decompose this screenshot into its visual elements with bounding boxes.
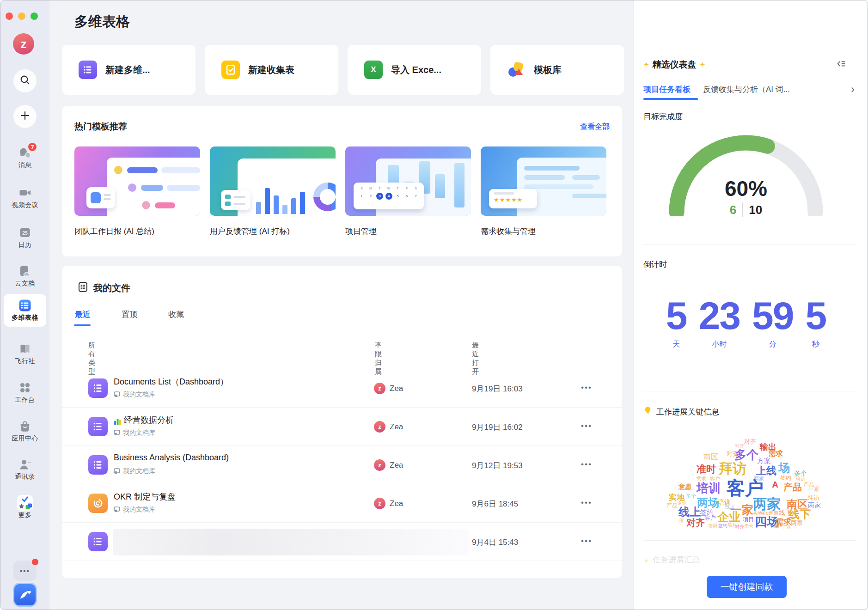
sidebar-item-cloud-docs[interactable]: 云文档	[0, 265, 49, 288]
library-icon	[114, 468, 120, 476]
messages-icon: 7	[0, 146, 49, 159]
action-new-form-button[interactable]: 新建收集表	[205, 45, 338, 95]
sidebar-item-contacts[interactable]: 通讯录	[0, 458, 49, 481]
countdown-unit: 5秒	[805, 296, 826, 349]
wordcloud-word: 需求	[696, 476, 706, 482]
template-card-feedback[interactable]: 用户反馈管理 (AI 打标)	[210, 146, 336, 237]
wordcloud-word: 拜访	[719, 462, 746, 476]
wordcloud-word: 产品	[782, 525, 791, 530]
collapse-panel-button[interactable]	[836, 59, 846, 71]
sidebar-item-label: 日历	[0, 241, 49, 249]
wordcloud-word: 产品	[783, 482, 802, 492]
file-row[interactable]: ⋮9月4日 15:43•••	[62, 523, 622, 561]
template-card-requirements[interactable]: ★★★★★ 需求收集与管理	[481, 146, 606, 237]
app-window: z 7消息视频会议25日历云文档多维表格飞行社工作台应用中心通讯录更多 ••• …	[0, 0, 868, 610]
gauge-fraction: 6 10	[681, 202, 811, 217]
feishu-logo[interactable]	[13, 583, 37, 607]
dashboard-tabs: 项目任务看板 反馈收集与分析（AI 词... ›	[643, 84, 855, 95]
calendar-date: 6	[403, 193, 410, 200]
file-row[interactable]: OKR 制定与复盘我的文档库zZea9月6日 18:45•••	[62, 484, 622, 523]
dashboard-tab[interactable]: 反馈收集与分析（AI 词...	[703, 84, 790, 95]
sidebar-more-apps-button[interactable]: •••	[13, 561, 37, 581]
wordcloud-word: 线下	[789, 509, 811, 520]
row-menu-button[interactable]: •••	[577, 495, 596, 510]
more-icon	[0, 496, 49, 509]
search-button[interactable]	[13, 69, 37, 92]
file-opened-time: 9月19日 16:03	[472, 384, 523, 394]
wordcloud-word: 培训	[795, 476, 806, 482]
file-owner: zZea	[374, 498, 403, 509]
user-avatar[interactable]: z	[13, 33, 34, 55]
wordcloud-word: 培训	[697, 482, 721, 494]
action-new-bitable-button[interactable]: 新建多维...	[62, 45, 196, 95]
template-card-daily-report[interactable]: 团队工作日报 (AI 总结)	[74, 146, 200, 237]
file-row[interactable]: 经营数据分析我的文档库zZea9月19日 16:02•••	[62, 408, 622, 446]
row-menu-button[interactable]: •••	[577, 419, 596, 433]
countdown-label: 秒	[812, 340, 819, 349]
file-row[interactable]: Business Analysis (Dashboard)我的文档库zZea9月…	[62, 446, 622, 484]
sidebar-item-messages[interactable]: 7消息	[0, 146, 49, 170]
countdown-label: 分	[769, 340, 776, 349]
zoom-window-button[interactable]	[31, 12, 38, 20]
minimize-window-button[interactable]	[18, 12, 25, 20]
wordcloud-word: 签约	[780, 475, 791, 481]
file-name: 经营数据分析	[114, 415, 174, 426]
template-thumbnail	[210, 146, 336, 216]
sidebar-item-label: 多维表格	[4, 314, 46, 322]
wordcloud-word: 项目	[743, 517, 754, 522]
file-tab-最近[interactable]: 最近	[72, 309, 93, 320]
file-location: 我的文档库	[114, 467, 155, 476]
row-menu-button[interactable]: •••	[577, 380, 596, 395]
sidebar-item-video-meeting[interactable]: 视频会议	[0, 186, 49, 209]
rating-chip: ★★★★★	[489, 189, 537, 208]
wordcloud-word: 对齐	[727, 451, 739, 457]
sidebar-item-app-center[interactable]: 应用中心	[0, 420, 49, 443]
sidebar-item-label: 应用中心	[0, 434, 49, 443]
calendar-icon: 25	[0, 226, 49, 239]
workbench-icon	[0, 381, 49, 394]
wordcloud-word: 一家	[807, 486, 819, 492]
close-window-button[interactable]	[6, 12, 13, 20]
file-type-bitable-icon	[88, 455, 108, 475]
countdown: 5天23小时59分5秒	[634, 296, 858, 349]
file-row[interactable]: Documents List（Dashboard）我的文档库zZea9月19日 …	[62, 369, 622, 408]
view-all-link[interactable]: 查看全部	[580, 122, 610, 132]
create-same-dashboard-button[interactable]: 一键创建同款	[707, 576, 787, 598]
row-menu-button[interactable]: •••	[577, 534, 596, 549]
action-import-excel-button[interactable]: X导入 Exce...	[348, 45, 481, 95]
calendar-date: 3	[376, 193, 383, 200]
sidebar-item-more[interactable]: 更多	[0, 496, 49, 519]
wordcloud-word: 企业	[677, 501, 686, 506]
action-template-library-button[interactable]: 模板库	[490, 45, 624, 95]
action-label: 模板库	[534, 64, 562, 76]
countdown-unit: 5天	[666, 296, 687, 349]
template-thumbnail: SMTWTFS 1234567	[345, 146, 471, 216]
file-tab-置顶[interactable]: 置顶	[119, 309, 140, 320]
wordcloud-word: 对齐	[735, 525, 744, 529]
row-menu-button[interactable]: •••	[577, 457, 596, 472]
file-opened-time: 9月12日 19:53	[472, 460, 523, 471]
wordcloud-word: 签约	[718, 524, 727, 528]
sidebar-item-workbench[interactable]: 工作台	[0, 381, 49, 404]
cloud-docs-icon	[0, 265, 49, 278]
template-title: 用户反馈管理 (AI 打标)	[210, 226, 336, 237]
plus-icon	[19, 110, 31, 123]
owner-avatar: z	[374, 459, 385, 471]
wordcloud-word: 需求	[744, 524, 753, 529]
sidebar-item-label: 更多	[0, 511, 49, 519]
dashboard-tab-active[interactable]: 项目任务看板	[643, 84, 691, 95]
gauge-total: 10	[749, 203, 762, 217]
template-card-project[interactable]: SMTWTFS 1234567 项目管理	[345, 146, 471, 237]
dashboard-panel: ✦ 精选仪表盘 ✦ 项目任务看板 反馈收集与分析（AI 词... › 目标完成度…	[633, 0, 868, 610]
sidebar-item-community[interactable]: 飞行社	[0, 342, 49, 366]
lightbulb-icon	[643, 406, 652, 417]
sidebar-item-calendar[interactable]: 25日历	[0, 226, 49, 249]
new-form-icon	[221, 61, 240, 79]
create-button[interactable]	[13, 105, 37, 128]
chevron-right-icon[interactable]: ›	[851, 84, 855, 95]
file-tab-收藏[interactable]: 收藏	[165, 309, 187, 320]
sidebar-item-bitable[interactable]: 多维表格	[4, 294, 46, 327]
svg-text:25: 25	[22, 230, 28, 236]
hot-templates-panel: 热门模板推荐 查看全部	[62, 106, 622, 256]
hot-templates-title: 热门模板推荐	[74, 121, 127, 133]
